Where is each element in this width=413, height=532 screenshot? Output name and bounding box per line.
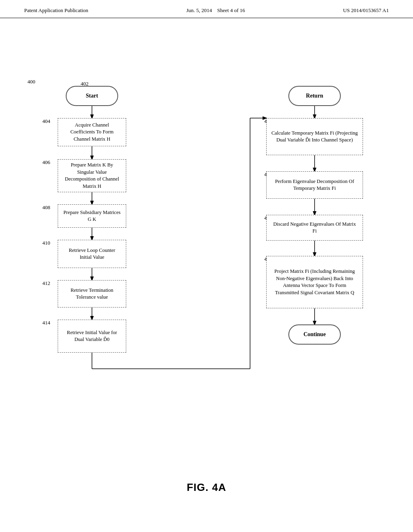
- box-410: Retrieve Loop Counter Initial Value: [58, 240, 126, 268]
- box-416: Calculate Temporary Matrix Fi (Projectin…: [266, 118, 363, 155]
- figure-label: FIG. 4A: [187, 481, 226, 494]
- box-420: Discard Negative Eigenvalues Of Matrix F…: [266, 215, 363, 241]
- continue-oval: Continue: [288, 324, 341, 345]
- box-414: Retrieve Initial Value for Dual Variable…: [58, 320, 126, 353]
- box-422: Project Matrix Fi (Including Remaining N…: [266, 256, 363, 308]
- ref-404: 404: [42, 118, 50, 125]
- ref-406: 406: [42, 159, 50, 166]
- header: Patent Application Publication Jun. 5, 2…: [0, 0, 413, 18]
- box-418: Perform Eigenvalue Decomposition Of Temp…: [266, 171, 363, 199]
- box-404: Acquire Channel Coefficients To Form Cha…: [58, 118, 126, 146]
- ref-414: 414: [42, 320, 50, 326]
- ref-408: 408: [42, 204, 50, 211]
- header-left: Patent Application Publication: [24, 7, 88, 14]
- start-oval: Start: [66, 86, 118, 106]
- ref-410: 410: [42, 240, 50, 246]
- header-center: Jun. 5, 2014 Sheet 4 of 16: [186, 7, 245, 14]
- ref-412: 412: [42, 280, 50, 287]
- box-406: Prepare Matrix K By Singular Value Decom…: [58, 159, 126, 192]
- ref-400: 400: [27, 79, 35, 85]
- box-408: Prepare Subsidiary Matrices G K: [58, 204, 126, 228]
- diagram-area: 400 402 Start Return 404 Acquire Channel…: [0, 18, 413, 510]
- header-right: US 2014/0153657 A1: [343, 7, 389, 14]
- return-oval: Return: [288, 86, 341, 106]
- box-412: Retrieve Termination Tolerance value: [58, 280, 126, 308]
